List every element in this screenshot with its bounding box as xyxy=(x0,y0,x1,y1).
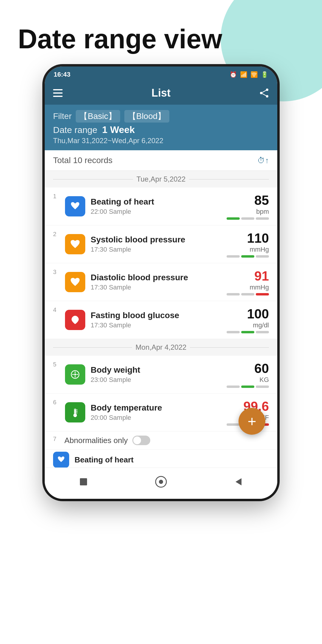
seg-2 xyxy=(241,293,254,295)
menu-button[interactable] xyxy=(53,89,63,97)
svg-rect-2 xyxy=(53,96,63,97)
seg-1 xyxy=(227,217,240,220)
record-unit: bpm xyxy=(215,208,269,216)
add-record-button[interactable]: + xyxy=(239,408,265,435)
divider-line xyxy=(190,347,269,348)
record-name: Fasting blood glucose xyxy=(91,311,210,320)
svg-line-6 xyxy=(261,90,267,93)
record-item[interactable]: 5 Body weight 23:00 Sample 60 KG xyxy=(45,356,277,394)
svg-marker-24 xyxy=(236,478,242,485)
seg-1 xyxy=(227,386,240,388)
clock: 16:43 xyxy=(54,71,70,78)
record-value: 85 xyxy=(215,193,269,208)
svg-rect-21 xyxy=(80,478,87,485)
divider-line xyxy=(189,179,269,179)
temperature-icon xyxy=(65,402,85,422)
record-meta: 17:30 Sample xyxy=(91,246,210,253)
partial-icon xyxy=(53,452,69,467)
battery-icon: 🔋 xyxy=(261,71,268,78)
record-item[interactable]: 4 Fasting blood glucose 17:30 Sample 100… xyxy=(45,301,277,339)
record-meta: 17:30 Sample xyxy=(91,321,210,329)
filter-bar: Filter 【Basic】 【Blood】 Date range 1 Week… xyxy=(45,105,277,150)
seg-3 xyxy=(256,217,269,220)
record-info: Fasting blood glucose 17:30 Sample xyxy=(91,311,210,329)
app-bar-title: List xyxy=(151,87,171,99)
date-divider-2: Mon,Apr 4,2022 xyxy=(45,339,277,356)
date-divider-text-2: Mon,Apr 4,2022 xyxy=(136,343,187,352)
seg-1 xyxy=(227,331,240,333)
record-right: 110 mmHg xyxy=(215,231,269,258)
date-range-sub: Thu,Mar 31,2022~Wed,Apr 6,2022 xyxy=(53,137,269,148)
record-number: 6 xyxy=(53,399,60,406)
divider-line xyxy=(53,179,133,179)
content-area: Total 10 records ⏱↑ Tue,Apr 5,2022 1 Bea… xyxy=(45,150,277,467)
record-value: 91 xyxy=(215,269,269,284)
seg-1 xyxy=(227,423,240,426)
record-info: Diastolic blood pressure 17:30 Sample xyxy=(91,273,210,291)
alarm-icon: ⏰ xyxy=(230,71,237,78)
record-unit: mg/dl xyxy=(215,321,269,329)
share-button[interactable] xyxy=(259,88,269,98)
record-name: Body weight xyxy=(91,365,210,375)
seg-1 xyxy=(227,293,240,295)
progress-bar xyxy=(215,255,269,258)
nav-back-button[interactable] xyxy=(230,474,247,490)
record-right: 60 KG xyxy=(215,361,269,388)
record-item[interactable]: 3 Diastolic blood pressure 17:30 Sample … xyxy=(45,263,277,301)
record-info: Body temperature 20:00 Sample xyxy=(91,403,210,422)
record-number: 2 xyxy=(53,231,60,238)
seg-2 xyxy=(241,217,254,220)
divider-line xyxy=(53,347,132,348)
date-divider-text-1: Tue,Apr 5,2022 xyxy=(137,175,186,183)
page-title: Date range view xyxy=(18,24,304,55)
seg-3 xyxy=(256,386,269,388)
record-info: Beating of heart 22:00 Sample xyxy=(91,197,210,216)
record-meta: 20:00 Sample xyxy=(91,414,210,422)
partial-record: Beating of heart xyxy=(45,450,277,467)
seg-2 xyxy=(241,331,254,333)
record-unit: KG xyxy=(215,376,269,384)
svg-rect-0 xyxy=(53,89,63,90)
seg-3 xyxy=(256,331,269,333)
record-item[interactable]: 1 Beating of heart 22:00 Sample 85 bpm xyxy=(45,188,277,225)
abnormalities-toggle[interactable] xyxy=(132,436,150,445)
svg-point-8 xyxy=(74,318,77,321)
svg-point-16 xyxy=(73,414,77,417)
nav-home-button[interactable] xyxy=(153,474,169,490)
date-range-label: Date range xyxy=(53,125,97,135)
glucose-icon xyxy=(65,310,85,330)
status-bar: 16:43 ⏰ 📶 🛜 🔋 xyxy=(45,66,277,81)
record-right: 85 bpm xyxy=(215,193,269,220)
svg-point-23 xyxy=(159,480,163,484)
filter-tag-basic[interactable]: 【Basic】 xyxy=(76,110,120,123)
sort-icon[interactable]: ⏱↑ xyxy=(257,156,269,165)
record-number: 1 xyxy=(53,193,60,200)
record-info: Systolic blood pressure 17:30 Sample xyxy=(91,235,210,253)
record-number: 4 xyxy=(53,306,60,313)
record-name: Systolic blood pressure xyxy=(91,235,210,244)
progress-bar xyxy=(215,217,269,220)
seg-2 xyxy=(241,386,254,388)
record-info: Body weight 23:00 Sample xyxy=(91,365,210,384)
signal-icon: 📶 xyxy=(240,71,247,78)
bottom-navigation xyxy=(45,467,277,499)
toggle-number: 7 xyxy=(53,436,60,442)
app-bar: List xyxy=(45,81,277,105)
record-name: Body temperature xyxy=(91,403,210,413)
svg-point-14 xyxy=(74,374,76,375)
record-meta: 23:00 Sample xyxy=(91,376,210,384)
record-meta: 17:30 Sample xyxy=(91,284,210,291)
filter-tag-blood[interactable]: 【Blood】 xyxy=(124,110,170,123)
partial-record-name: Beating of heart xyxy=(75,455,134,465)
progress-bar xyxy=(215,293,269,295)
svg-rect-1 xyxy=(53,92,63,94)
nav-square-button[interactable] xyxy=(75,474,92,490)
date-divider-1: Tue,Apr 5,2022 xyxy=(45,171,277,188)
record-item[interactable]: 2 Systolic blood pressure 17:30 Sample 1… xyxy=(45,225,277,263)
total-records-text: Total 10 records xyxy=(53,156,112,165)
systolic-icon xyxy=(65,234,85,254)
beating-heart-icon xyxy=(65,196,85,216)
seg-1 xyxy=(227,255,240,258)
filter-label: Filter xyxy=(53,112,72,121)
date-range-value[interactable]: 1 Week xyxy=(102,124,135,135)
